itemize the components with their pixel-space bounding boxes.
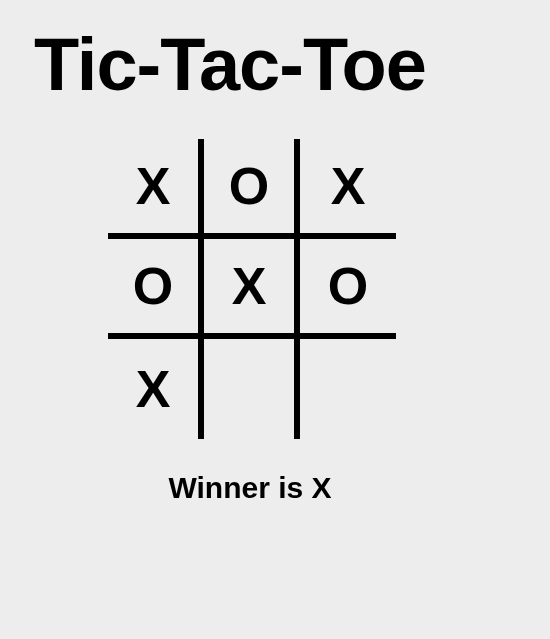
cell-5[interactable]: O xyxy=(300,239,396,339)
game-title: Tic-Tac-Toe xyxy=(0,0,550,107)
cell-8[interactable] xyxy=(300,339,396,439)
game-status: Winner is X xyxy=(0,471,550,505)
cell-6[interactable]: X xyxy=(108,339,204,439)
cell-3[interactable]: O xyxy=(108,239,204,339)
cell-7[interactable] xyxy=(204,339,300,439)
cell-2[interactable]: X xyxy=(300,139,396,239)
cell-1[interactable]: O xyxy=(204,139,300,239)
cell-4[interactable]: X xyxy=(204,239,300,339)
cell-0[interactable]: X xyxy=(108,139,204,239)
game-board: X O X O X O X xyxy=(108,139,550,439)
